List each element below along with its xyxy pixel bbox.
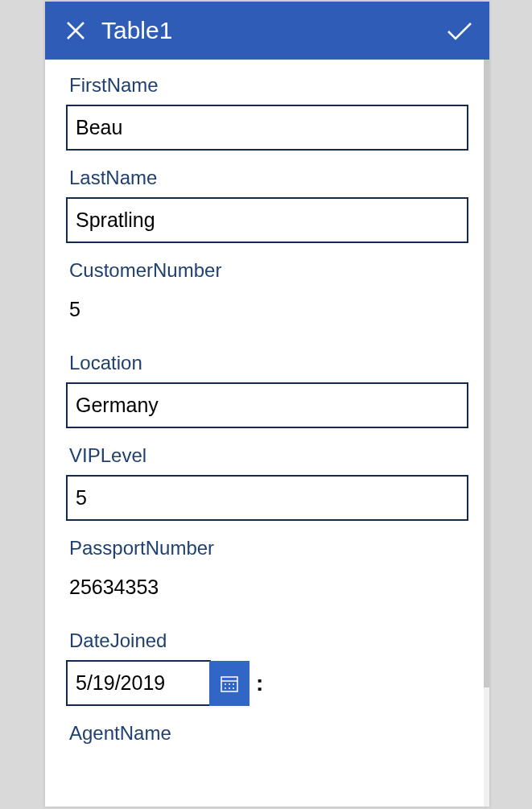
- svg-point-6: [233, 683, 234, 685]
- calendar-icon: [221, 675, 238, 692]
- app-frame: Table1 FirstName LastName CustomerNumber…: [0, 0, 532, 809]
- svg-point-4: [225, 683, 226, 685]
- svg-point-8: [229, 687, 230, 689]
- label-agentname: AgentName: [69, 722, 468, 745]
- input-lastname[interactable]: [66, 197, 468, 243]
- field-viplevel: VIPLevel: [66, 444, 468, 521]
- label-location: Location: [69, 352, 468, 374]
- input-viplevel[interactable]: [66, 475, 468, 521]
- label-datejoined: DateJoined: [69, 629, 468, 652]
- input-firstname[interactable]: [66, 105, 468, 151]
- panel-header: Table1: [45, 2, 489, 60]
- time-separator: :: [256, 671, 263, 696]
- panel-title: Table1: [101, 17, 446, 44]
- value-customernumber: 5: [66, 290, 468, 336]
- label-firstname: FirstName: [69, 74, 468, 97]
- edit-panel: Table1 FirstName LastName CustomerNumber…: [45, 2, 489, 807]
- field-agentname: AgentName: [66, 722, 468, 745]
- label-viplevel: VIPLevel: [69, 444, 468, 467]
- field-lastname: LastName: [66, 167, 468, 243]
- close-icon: [66, 21, 85, 40]
- scrollbar[interactable]: [484, 60, 489, 807]
- form-body[interactable]: FirstName LastName CustomerNumber 5 Loca…: [45, 60, 489, 807]
- field-passportnumber: PassportNumber 25634353: [66, 537, 468, 613]
- close-button[interactable]: [64, 19, 87, 42]
- label-customernumber: CustomerNumber: [69, 259, 468, 282]
- svg-point-7: [225, 687, 226, 689]
- label-lastname: LastName: [69, 167, 468, 189]
- confirm-button[interactable]: [446, 17, 473, 44]
- input-location[interactable]: [66, 382, 468, 428]
- field-firstname: FirstName: [66, 74, 468, 151]
- field-customernumber: CustomerNumber 5: [66, 259, 468, 336]
- date-row: :: [66, 660, 468, 706]
- value-passportnumber: 25634353: [66, 568, 468, 613]
- input-datejoined[interactable]: [66, 660, 211, 706]
- datepicker-button[interactable]: [209, 661, 250, 706]
- label-passportnumber: PassportNumber: [69, 537, 468, 559]
- field-datejoined: DateJoined: [66, 629, 468, 706]
- scrollbar-thumb[interactable]: [484, 60, 489, 687]
- check-icon: [447, 21, 472, 40]
- svg-point-5: [229, 683, 230, 685]
- svg-point-9: [233, 687, 234, 689]
- field-location: Location: [66, 352, 468, 428]
